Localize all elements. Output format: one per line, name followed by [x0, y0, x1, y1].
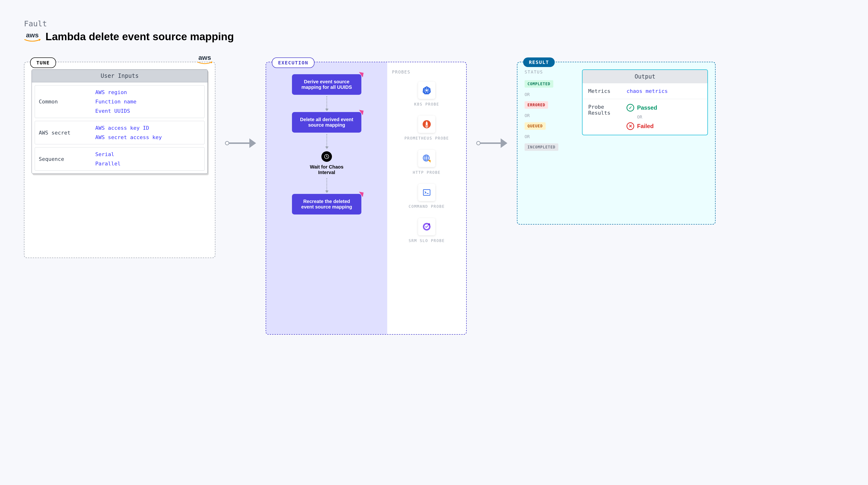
http-globe-icon: [418, 150, 435, 167]
flow-arrow: [476, 62, 507, 148]
or-separator: OR: [525, 92, 572, 97]
status-badge-completed: COMPLETED: [525, 80, 553, 88]
result-panel-label: RESULT: [523, 57, 555, 67]
or-separator: OR: [525, 113, 572, 118]
input-group-aws-secret: AWS secret AWS access key ID AWS secret …: [35, 121, 205, 144]
input-item: Serial: [95, 151, 202, 157]
input-item: Function name: [95, 99, 202, 104]
execution-step: Derive event source mapping for all UUID…: [292, 74, 361, 95]
prometheus-icon: [418, 116, 435, 133]
input-group-label: Common: [35, 86, 92, 118]
command-terminal-icon: [418, 184, 435, 201]
execution-panel-label: EXECUTION: [272, 57, 314, 68]
input-group-label: AWS secret: [35, 121, 92, 144]
input-item: AWS secret access key: [95, 134, 202, 140]
or-separator: OR: [525, 134, 572, 139]
status-column: STATUS COMPLETED OR ERRORED OR QUEUED OR…: [525, 69, 572, 217]
flow-arrow: [225, 62, 256, 148]
aws-logo-icon: aws: [24, 31, 41, 42]
probe-result-passed: ✓ Passed: [626, 104, 702, 112]
output-card: Output Metrics chaos metrics Probe Resul…: [582, 69, 708, 135]
step-marker-icon: [358, 72, 364, 77]
flow-connector: [327, 96, 327, 111]
probe-result-failed: ✕ Failed: [626, 122, 702, 130]
cross-icon: ✕: [626, 122, 634, 130]
srm-slo-icon: [418, 218, 435, 235]
aws-logo-icon: aws: [197, 54, 213, 64]
status-badge-incompleted: INCOMPLETED: [525, 143, 558, 151]
execution-panel: EXECUTION Derive event source mapping fo…: [266, 62, 467, 335]
input-item: AWS region: [95, 89, 202, 95]
clock-icon: [321, 151, 332, 162]
flow-connector: [327, 134, 327, 148]
page-header: Fault aws Lambda delete event source map…: [24, 19, 844, 42]
input-item: Parallel: [95, 161, 202, 166]
input-item: Event UUIDS: [95, 108, 202, 114]
input-group-label: Sequence: [35, 148, 92, 171]
probe-item-command: COMMAND PROBE: [392, 184, 461, 209]
user-inputs-card: User Inputs Common AWS region Function n…: [32, 69, 208, 174]
user-inputs-header: User Inputs: [32, 70, 208, 82]
probe-item-k8s: K8S PROBE: [392, 82, 461, 107]
output-header: Output: [583, 70, 707, 83]
probes-title: PROBES: [392, 69, 461, 74]
input-group-sequence: Sequence Serial Parallel: [35, 147, 205, 171]
step-marker-icon: [358, 191, 364, 197]
tune-panel: TUNE aws User Inputs Common AWS region F…: [24, 62, 215, 258]
execution-step: Recreate the deleted event source mappin…: [292, 194, 361, 214]
execution-flow: Derive event source mapping for all UUID…: [266, 62, 387, 334]
kubernetes-icon: [418, 82, 435, 99]
output-row-metrics: Metrics chaos metrics: [583, 83, 707, 99]
or-separator: OR: [637, 115, 702, 119]
input-item: AWS access key ID: [95, 125, 202, 131]
svg-rect-16: [423, 190, 430, 195]
flow-connector: [327, 178, 327, 192]
input-group-common: Common AWS region Function name Event UU…: [35, 85, 205, 118]
metrics-value: chaos metrics: [626, 88, 702, 94]
diagram-container: TUNE aws User Inputs Common AWS region F…: [24, 62, 844, 335]
step-marker-icon: [358, 110, 364, 115]
execution-step: Delete all derived event source mapping: [292, 112, 361, 132]
probes-list: PROBES K8S PROBE PROMETHEUS PROBE: [387, 62, 466, 334]
tune-panel-label: TUNE: [30, 57, 56, 68]
status-title: STATUS: [525, 69, 572, 74]
probe-item-http: HTTP PROBE: [392, 150, 461, 175]
result-panel: RESULT STATUS COMPLETED OR ERRORED OR QU…: [517, 62, 716, 224]
checkmark-icon: ✓: [626, 104, 634, 112]
status-badge-errored: ERRORED: [525, 101, 548, 109]
page-title: Lambda delete event source mapping: [45, 31, 234, 42]
svg-point-20: [428, 223, 430, 225]
probe-item-srm: SRM SLO PROBE: [392, 218, 461, 243]
output-row-probe-results: Probe Results ✓ Passed OR ✕ Failed: [583, 99, 707, 135]
wait-step: Wait for Chaos Interval: [306, 151, 347, 175]
status-badge-queued: QUEUED: [525, 122, 546, 130]
probe-item-prometheus: PROMETHEUS PROBE: [392, 116, 461, 141]
fault-label: Fault: [24, 19, 844, 28]
